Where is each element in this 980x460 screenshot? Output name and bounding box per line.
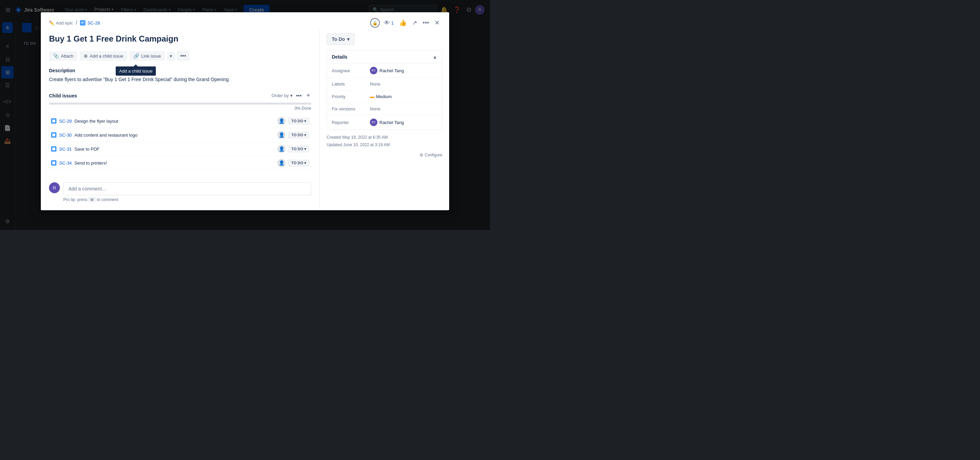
chevron-down-icon: ▾ (304, 147, 306, 151)
key-badge: M (89, 197, 95, 202)
progress-bar-container (49, 102, 311, 105)
link-issue-button[interactable]: 🔗 Link issue (129, 51, 165, 61)
child-issue-assignee-avatar: 👤 (277, 131, 285, 139)
child-issues-add-button[interactable]: + (305, 91, 311, 100)
breadcrumb-issue-link[interactable]: SC-28 (80, 20, 100, 26)
child-issue-key[interactable]: SC-34 (59, 160, 72, 166)
modal-header: ✏️ Add epic / SC-28 🔒 👁 1 (41, 12, 449, 28)
chevron-down-icon: ▾ (304, 161, 306, 165)
description-label: Description (49, 68, 311, 73)
comment-area: R Add a comment... (49, 177, 311, 195)
child-issue-assignee-avatar: 👤 (277, 117, 285, 125)
add-child-issue-button[interactable]: ⊕ Add a child issue (80, 51, 127, 61)
modal-overlay[interactable]: ✏️ Add epic / SC-28 🔒 👁 1 (0, 0, 490, 230)
gear-icon: ⚙ (420, 153, 423, 157)
thumbsup-icon: 👍 (399, 19, 407, 27)
chevron-down-icon: ▾ (304, 133, 306, 137)
eye-icon: 👁 (384, 19, 390, 27)
breadcrumb: ✏️ Add epic / SC-28 (49, 20, 368, 26)
issue-meta-info: Created May 18, 2022 at 6:35 AM Updated … (327, 134, 442, 149)
order-by-button[interactable]: Order by ▾ (272, 93, 293, 98)
priority-label: Priority (332, 94, 366, 99)
created-text: Created May 18, 2022 at 6:35 AM (327, 134, 442, 141)
pencil-icon: ✏️ (49, 21, 54, 26)
child-issue-status-badge[interactable]: TO DO ▾ (288, 118, 309, 125)
details-assignee-row: Assignee RT Rachel Tang (327, 63, 442, 78)
child-issue-assignee-avatar: 👤 (277, 159, 285, 167)
child-issues-title: Child issues (49, 93, 272, 99)
status-button[interactable]: To Do ▾ (327, 34, 355, 45)
reporter-value[interactable]: RT Rachel Tang (370, 118, 404, 126)
more-actions-button[interactable]: ••• (421, 18, 430, 28)
attach-button[interactable]: 📎 Attach (49, 51, 78, 61)
fix-versions-label: Fix versions (332, 106, 366, 112)
child-issues-header: Child issues Order by ▾ ••• + (49, 91, 311, 100)
labels-value[interactable]: None (370, 81, 380, 86)
svg-rect-0 (52, 120, 55, 122)
child-issue-type-icon (51, 146, 56, 152)
child-issue-row[interactable]: SC-34 Send to printers! 👤 TO DO ▾ (49, 156, 311, 170)
assignee-value[interactable]: RT Rachel Tang (370, 67, 404, 74)
child-issues-list: SC-29 Design the flyer layout 👤 TO DO ▾ … (49, 114, 311, 170)
child-issues-more-button[interactable]: ••• (295, 92, 303, 99)
share-button[interactable]: ↗ (411, 18, 418, 28)
svg-rect-3 (52, 161, 55, 164)
child-issue-type-icon (51, 118, 56, 124)
details-priority-row: Priority ▬ Medium (327, 90, 442, 103)
add-epic-button[interactable]: ✏️ Add epic (49, 21, 73, 26)
configure-button[interactable]: ⚙ Configure (420, 153, 442, 157)
close-modal-button[interactable]: ✕ (433, 18, 441, 28)
child-issue-title: Send to printers! (75, 160, 275, 166)
child-issue-row[interactable]: SC-31 Save to PDF 👤 TO DO ▾ (49, 142, 311, 156)
thumbsup-button[interactable]: 👍 (398, 18, 408, 28)
reporter-avatar: RT (370, 118, 377, 126)
collapse-icon: ▲ (433, 54, 437, 60)
svg-rect-2 (52, 147, 55, 150)
reporter-label: Reporter (332, 120, 366, 125)
watch-count: 1 (391, 21, 394, 26)
breadcrumb-separator: / (76, 20, 77, 26)
issue-type-icon (80, 20, 86, 26)
child-issue-row[interactable]: SC-29 Design the flyer layout 👤 TO DO ▾ (49, 114, 311, 128)
child-issues-controls: Order by ▾ ••• + (272, 91, 311, 100)
chevron-down-icon: ▾ (347, 37, 350, 42)
child-issue-key[interactable]: SC-29 (59, 118, 72, 124)
toolbar-more-chevron[interactable]: ▾ (167, 51, 175, 61)
assignee-avatar: RT (370, 67, 377, 74)
modal-main-content: Buy 1 Get 1 Free Drink Campaign 📎 Attach… (41, 28, 320, 210)
issue-title[interactable]: Buy 1 Get 1 Free Drink Campaign (49, 34, 311, 44)
svg-rect-1 (52, 134, 55, 136)
details-reporter-row: Reporter RT Rachel Tang (327, 115, 442, 129)
child-issue-status-badge[interactable]: TO DO ▾ (288, 160, 309, 166)
close-icon: ✕ (434, 19, 440, 27)
chevron-down-icon: ▾ (290, 93, 293, 98)
child-issue-key[interactable]: SC-31 (59, 147, 72, 152)
details-section-title: Details (332, 54, 433, 60)
child-issue-key[interactable]: SC-30 (59, 133, 72, 138)
comment-input[interactable]: Add a comment... (63, 182, 311, 195)
details-fix-versions-row: Fix versions None (327, 103, 442, 115)
pro-tip: Pro tip: press M to comment (63, 197, 311, 202)
child-issue-type-icon (51, 132, 56, 138)
priority-value[interactable]: ▬ Medium (370, 94, 392, 99)
details-section-header[interactable]: Details ▲ (327, 51, 442, 63)
child-issue-assignee-avatar: 👤 (277, 145, 285, 153)
child-issue-title: Save to PDF (75, 147, 275, 152)
child-issue-status-badge[interactable]: TO DO ▾ (288, 132, 309, 138)
comment-user-avatar: R (49, 182, 60, 193)
ellipsis-icon: ••• (423, 19, 429, 27)
details-section: Details ▲ Assignee RT Rachel Tang Labels… (327, 50, 442, 130)
child-issue-row[interactable]: SC-30 Add content and restaurant logo 👤 … (49, 128, 311, 142)
updated-text: Updated June 10, 2022 at 3:19 AM (327, 141, 442, 149)
fix-versions-value[interactable]: None (370, 106, 380, 112)
chevron-down-icon: ▾ (304, 119, 306, 123)
child-issue-status-badge[interactable]: TO DO ▾ (288, 146, 309, 152)
details-labels-row: Labels None (327, 78, 442, 90)
share-icon: ↗ (412, 19, 417, 27)
watch-button[interactable]: 👁 1 (382, 18, 395, 28)
child-issue-type-icon (51, 160, 56, 166)
toolbar-ellipsis-button[interactable]: ••• (177, 51, 189, 61)
lock-icon[interactable]: 🔒 (370, 18, 380, 27)
progress-label: 0% Done (49, 106, 311, 111)
assignee-label: Assignee (332, 68, 366, 73)
